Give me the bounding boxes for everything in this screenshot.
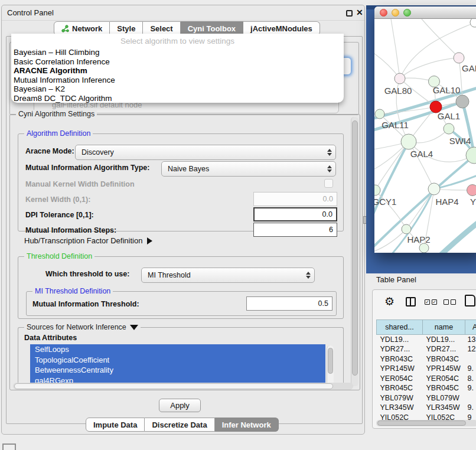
table-row[interactable]: YLR345WYLR345W9. — [377, 403, 476, 413]
algorithm-option[interactable]: Mutual Information Inference — [14, 76, 341, 85]
network-node[interactable] — [456, 95, 469, 108]
unchecked-box-icon — [444, 299, 449, 305]
network-node-label: GAL — [462, 63, 476, 73]
cyni-algorithm-settings-group: Cyni Algorithm Settings Algorithm Defini… — [9, 114, 360, 390]
network-node-hap2[interactable] — [402, 224, 411, 234]
deselect-all-columns-icon[interactable] — [444, 299, 456, 305]
vertical-scrollbar-thumb[interactable] — [328, 348, 333, 374]
stepper-arrows-icon — [327, 162, 332, 176]
manual-kernel-width-checkbox[interactable] — [324, 179, 333, 188]
table-cell: YDR27... — [423, 344, 465, 354]
tab-infer-network[interactable]: Infer Network — [215, 418, 279, 432]
algorithm-option[interactable]: Bayesian – K2 — [14, 84, 341, 94]
data-attributes-label: Data Attributes — [24, 334, 77, 342]
algorithm-option[interactable]: Basic Correlation Inference — [14, 57, 341, 67]
network-node[interactable] — [419, 243, 429, 253]
zoom-traffic-light[interactable] — [403, 9, 411, 17]
tab-label: Discretize Data — [152, 420, 207, 429]
attributes-vertical-scrollbar[interactable] — [327, 345, 334, 387]
group-title: Threshold Definition — [24, 252, 94, 260]
minimize-traffic-light[interactable] — [392, 9, 399, 17]
network-node-hap4[interactable] — [428, 183, 440, 195]
hub-definition-expander[interactable]: Hub/Transcription Factor Definition — [24, 236, 152, 245]
network-canvas[interactable]: GALGAL80GAL10GAL1GAL11SWI4GAL4GCY1HAP4YH… — [374, 19, 476, 253]
data-attribute-item[interactable]: BetweennessCentrality — [30, 365, 325, 376]
kernel-width-input[interactable]: 0.0 — [253, 192, 337, 206]
columns-icon[interactable] — [406, 297, 416, 306]
tab-label: Style — [117, 24, 135, 33]
table-row[interactable]: YBR043CYBR043C — [377, 354, 476, 364]
table-mode-icon[interactable] — [465, 295, 475, 306]
network-node-gal[interactable] — [454, 53, 464, 63]
aracne-mode-combobox[interactable]: Discovery — [75, 145, 336, 160]
float-window-icon[interactable] — [346, 10, 353, 17]
data-attribute-item[interactable]: SelfLoops — [30, 344, 325, 355]
table-cell: 12 — [465, 344, 476, 354]
table-panel-title: Table Panel — [376, 275, 416, 284]
table-column-header[interactable]: shared... — [377, 320, 423, 335]
sources-collapser[interactable]: Sources for Network Inference — [24, 323, 141, 331]
table-row[interactable]: YBR045CYBR045C9. — [377, 383, 476, 393]
tab-impute-data[interactable]: Impute Data — [86, 418, 145, 432]
table-cell: YBL079W — [423, 393, 465, 403]
table-panel: ⚙ ✓ ✓ shared...nameA YDL19...YDL19...13Y… — [372, 289, 476, 429]
network-node-swi4[interactable] — [444, 123, 454, 134]
algorithm-option[interactable]: Bayesian – Hill Climbing — [14, 48, 341, 57]
algorithm-option[interactable]: ARACNE Algorithm — [14, 66, 341, 76]
control-panel-titlebar: Control Panel ✕ — [2, 5, 364, 21]
table-column-header[interactable]: A — [465, 320, 476, 335]
gear-icon[interactable]: ⚙ — [384, 296, 395, 307]
table-row[interactable]: YER054CYER054C8. — [377, 374, 476, 384]
settings-vertical-scrollbar[interactable] — [351, 117, 358, 386]
vertical-scrollbar-thumb[interactable] — [352, 120, 358, 376]
tab-label: Select — [150, 24, 172, 33]
select-all-columns-icon[interactable]: ✓ ✓ — [425, 299, 437, 305]
table-cell: YPR145W — [377, 364, 423, 374]
stepper-arrows-icon — [306, 268, 311, 282]
combobox-value: Discovery — [81, 148, 114, 156]
mi-algorithm-type-combobox[interactable]: Naive Bayes — [161, 161, 336, 177]
apply-button[interactable]: Apply — [159, 399, 201, 412]
table-cell: YBR045C — [423, 383, 465, 393]
table-row[interactable]: YDL19...YDL19...13 — [377, 335, 476, 345]
group-title: Algorithm Definition — [24, 129, 93, 138]
table-column-header[interactable]: name — [423, 320, 465, 335]
close-icon[interactable]: ✕ — [356, 8, 363, 17]
horizontal-scrollbar-thumb[interactable] — [14, 383, 333, 389]
network-node-gal11[interactable] — [375, 109, 384, 119]
tab-label: Cyni Toolbox — [188, 24, 236, 33]
network-node-gal4[interactable] — [401, 134, 416, 149]
sources-title: Sources for Network Inference — [27, 323, 126, 331]
mi-threshold-input[interactable]: 0.5 — [246, 296, 332, 311]
mi-threshold-label: Mutual Information Threshold: — [32, 300, 139, 308]
table-row[interactable]: YPR145WYPR145W9. — [377, 364, 476, 374]
network-node-label: GAL4 — [410, 149, 433, 159]
which-threshold-combobox[interactable]: MI Threshold — [141, 268, 315, 283]
table-cell: YDL19... — [423, 335, 465, 345]
horizontal-scrollbar-thumb[interactable] — [377, 420, 466, 426]
table-row[interactable]: YBL079WYBL079W — [377, 393, 476, 403]
mi-type-label: Mutual Information Algorithm Type: — [25, 164, 149, 172]
mi-steps-input[interactable]: 6 — [253, 223, 337, 237]
table-row[interactable]: YDR27...YDR27...12 — [377, 344, 476, 354]
table-horizontal-scrollbar[interactable] — [376, 420, 476, 426]
algorithm-option[interactable]: Dream8 DC_TDC Algorithm — [14, 94, 341, 103]
network-node-y[interactable] — [467, 185, 476, 196]
network-window-titlebar[interactable] — [374, 6, 476, 19]
network-node-gcy1[interactable] — [374, 185, 380, 195]
table-cell: YER054C — [377, 374, 423, 384]
tab-discretize-data[interactable]: Discretize Data — [145, 418, 214, 432]
table-cell: YBR045C — [377, 383, 423, 393]
network-node[interactable] — [470, 19, 476, 27]
network-graph: GALGAL80GAL10GAL1GAL11SWI4GAL4GCY1HAP4YH… — [374, 19, 476, 253]
tab-label: Network — [72, 24, 102, 33]
close-traffic-light[interactable] — [380, 9, 387, 17]
network-node-label: GAL80 — [384, 86, 412, 96]
algorithm-option-list: Bayesian – Hill ClimbingBasic Correlatio… — [14, 48, 341, 103]
network-node-gal80[interactable] — [395, 73, 405, 84]
data-attribute-item[interactable]: TopologicalCoefficient — [30, 355, 325, 366]
settings-horizontal-scrollbar[interactable] — [13, 383, 353, 390]
table-cell: YDR27... — [377, 344, 423, 354]
collapsed-panel-icon[interactable] — [2, 444, 16, 450]
dpi-tolerance-input[interactable]: 0.0 — [253, 207, 337, 221]
